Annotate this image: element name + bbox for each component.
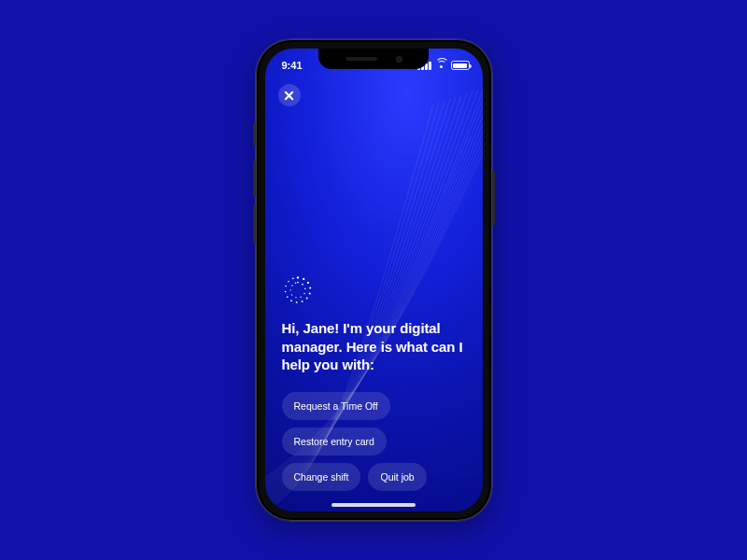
status-time: 9:41: [282, 60, 303, 71]
wifi-icon: [435, 61, 447, 70]
phone-side-button: [253, 123, 256, 146]
svg-point-22: [291, 286, 292, 287]
close-icon: [284, 91, 294, 101]
svg-point-4: [308, 293, 310, 295]
phone-front-camera: [396, 56, 402, 63]
phone-notch: [318, 49, 429, 69]
svg-point-3: [309, 287, 311, 289]
svg-point-16: [304, 288, 306, 290]
svg-point-6: [301, 301, 303, 302]
svg-point-5: [305, 298, 307, 300]
svg-point-20: [290, 295, 291, 296]
phone-speaker: [345, 57, 377, 61]
svg-point-18: [300, 297, 301, 298]
svg-point-9: [286, 297, 288, 299]
svg-point-7: [295, 301, 297, 303]
change-shift-button[interactable]: Change shift: [282, 463, 361, 491]
svg-point-12: [288, 281, 289, 283]
phone-frame: 9:41: [256, 39, 492, 521]
phone-side-button: [492, 170, 495, 226]
close-button[interactable]: [278, 84, 301, 106]
svg-point-15: [302, 284, 303, 286]
home-indicator[interactable]: [331, 503, 416, 507]
svg-point-10: [284, 291, 286, 293]
assistant-orb-icon: [282, 274, 314, 306]
svg-point-17: [303, 293, 304, 294]
main-content: Hi, Jane! I'm your digital manager. Here…: [265, 274, 483, 511]
svg-point-1: [303, 278, 304, 280]
svg-point-8: [290, 301, 292, 302]
svg-point-0: [296, 277, 298, 279]
battery-icon: [451, 61, 470, 70]
phone-side-button: [253, 161, 256, 198]
request-time-off-button[interactable]: Request a Time Off: [282, 392, 390, 420]
svg-point-11: [285, 286, 287, 287]
greeting-text: Hi, Jane! I'm your digital manager. Here…: [282, 319, 466, 373]
svg-point-21: [289, 290, 290, 291]
phone-side-button: [253, 205, 256, 243]
quick-actions: Request a Time Off Restore entry card Ch…: [282, 392, 466, 491]
restore-entry-card-button[interactable]: Restore entry card: [282, 427, 387, 455]
svg-point-2: [306, 282, 308, 284]
quit-job-button[interactable]: Quit job: [368, 463, 426, 491]
phone-screen: 9:41: [265, 49, 483, 511]
svg-point-19: [295, 297, 296, 298]
svg-point-13: [291, 278, 293, 280]
svg-point-14: [297, 282, 299, 284]
svg-point-23: [294, 283, 296, 285]
